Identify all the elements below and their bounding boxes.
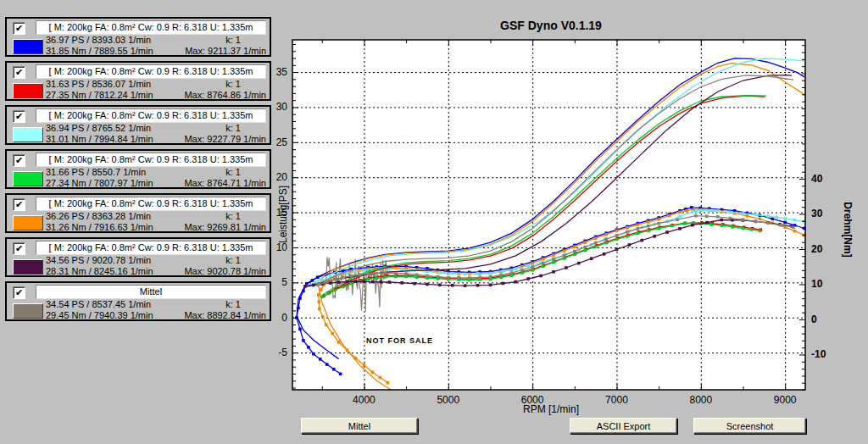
svg-text:9000: 9000	[774, 394, 797, 406]
dyno-chart: 400050006000700080009000-505101520253035…	[0, 0, 868, 444]
y-axis-left-label: Leistung[PS]	[277, 147, 289, 282]
y-axis-right-label: Drehm[Nm]	[842, 162, 854, 297]
svg-text:30: 30	[276, 101, 288, 113]
x-axis-label: RPM [1/min]	[356, 403, 746, 415]
svg-text:-5: -5	[278, 347, 287, 358]
svg-text:35: 35	[276, 66, 288, 78]
svg-text:20: 20	[811, 243, 823, 255]
svg-text:30: 30	[811, 208, 823, 219]
ascii-export-button[interactable]: ASCII Export	[570, 418, 677, 434]
mittel-button[interactable]: Mittel	[301, 418, 418, 434]
svg-text:0: 0	[811, 314, 817, 325]
svg-text:10: 10	[811, 278, 823, 290]
screenshot-button[interactable]: Screenshot	[693, 418, 806, 434]
svg-text:-10: -10	[811, 348, 826, 360]
watermark-text: NOT FOR SALE	[366, 336, 433, 345]
svg-text:40: 40	[811, 173, 823, 185]
svg-text:0: 0	[281, 312, 287, 324]
